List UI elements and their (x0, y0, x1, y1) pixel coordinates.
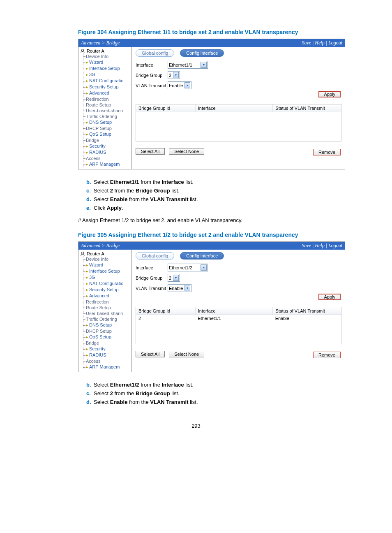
tree-item-label: User-based-sharin (86, 311, 123, 316)
cell-status: Enable (273, 315, 341, 322)
tree-item[interactable]: ▸NAT Configuratio (83, 78, 131, 84)
tree-item-label: Wizard (89, 60, 103, 65)
chevron-down-icon: ▾ (184, 285, 190, 291)
bridge-group-label: Bridge Group (136, 276, 168, 280)
folder-icon: ▸ (86, 334, 88, 339)
tree-item[interactable]: Traffic Ordering (83, 316, 131, 322)
header-links[interactable]: Save | Help | Logout (302, 40, 342, 46)
tree-item[interactable]: Bridge (83, 340, 131, 346)
screenshot-305: Advanced > Bridge Save | Help | Logout R… (78, 241, 345, 372)
tree-item[interactable]: ▸QoS Setup (83, 334, 131, 340)
tree-item[interactable]: ▸QoS Setup (83, 131, 131, 137)
tree-item-label: QoS Setup (89, 132, 111, 137)
vlan-transmit-select[interactable]: Enable ▾ (168, 81, 191, 89)
tree-item[interactable]: ▸3G (83, 274, 131, 280)
bridge-group-label: Bridge Group (136, 73, 168, 78)
tree-item-label: NAT Configuratio (89, 281, 123, 286)
tab-config-interface[interactable]: Config interface (180, 252, 224, 260)
router-icon (80, 49, 85, 53)
select-all-button[interactable]: Select All (136, 148, 165, 155)
tree-root[interactable]: Router A (78, 251, 131, 256)
tree-item-label: RADIUS (89, 150, 106, 155)
tree-item-label: ARP Managem (89, 162, 120, 167)
tree-item[interactable]: ▸RADIUS (83, 352, 131, 358)
breadcrumb: Advanced > Bridge (81, 243, 120, 249)
tree-item[interactable]: ▸Security (83, 143, 131, 149)
tree-item[interactable]: Redirection (83, 96, 131, 102)
tree-item[interactable]: ▸ARP Managem (83, 364, 131, 370)
tree-item[interactable]: User-based-sharin (83, 108, 131, 114)
apply-button[interactable]: Apply (318, 294, 341, 300)
tree-item-label: Security Setup (89, 84, 119, 89)
tree-item-label: Route Setup (86, 305, 111, 310)
select-all-button[interactable]: Select All (136, 351, 165, 357)
tree-item[interactable]: ▸Security Setup (83, 84, 131, 90)
tree-item-label: Access (86, 359, 100, 364)
folder-icon: ▸ (86, 287, 88, 292)
remove-button[interactable]: Remove (313, 352, 341, 358)
remove-button[interactable]: Remove (313, 149, 341, 155)
tree-item[interactable]: ▸Interface Setup (83, 268, 131, 274)
step-b: b.Select Ethernet1/2 from the Interface … (86, 380, 314, 389)
bridge-group-select[interactable]: 2 ▾ (168, 274, 180, 282)
folder-icon: ▸ (86, 120, 88, 125)
tab-global-config[interactable]: Global config (136, 252, 174, 260)
tab-global-config[interactable]: Global config (136, 49, 174, 57)
tree-item[interactable]: Route Setup (83, 102, 131, 108)
chevron-down-icon: ▾ (173, 72, 179, 78)
bridge-table: Bridge Group id Interface Status of VLAN… (136, 104, 341, 141)
interface-select[interactable]: Ethernet1/2 ▾ (168, 264, 208, 271)
tree-item[interactable]: ▸Wizard (83, 262, 131, 268)
tree-item[interactable]: Bridge (83, 137, 131, 143)
interface-value: Ethernet1/2 (169, 265, 192, 270)
step-e: e.Click Apply. (86, 204, 314, 212)
bridge-group-select[interactable]: 2 ▾ (168, 71, 180, 79)
tree-item[interactable]: Device Info (83, 53, 131, 59)
tree-item[interactable]: ▸Interface Setup (83, 65, 131, 72)
tree-item[interactable]: ▸Advanced (83, 90, 131, 96)
apply-button[interactable]: Apply (318, 91, 341, 97)
tree-root[interactable]: Router A (78, 49, 131, 53)
tab-config-interface[interactable]: Config interface (180, 49, 224, 57)
tree-item[interactable]: ▸Advanced (83, 293, 131, 299)
tree-item[interactable]: ▸Security Setup (83, 287, 131, 293)
router-icon (80, 251, 85, 256)
tree-item[interactable]: Access (83, 155, 131, 161)
tabs: Global config Config interface (136, 252, 341, 260)
select-none-button[interactable]: Select None (169, 351, 204, 357)
table-row[interactable]: 2 Ethernet1/1 Enable (136, 315, 341, 322)
tree-item-label: Bridge (86, 341, 99, 345)
tree-item[interactable]: User-based-sharin (83, 311, 131, 316)
folder-icon: ▸ (86, 78, 88, 83)
tree-item[interactable]: Device Info (83, 256, 131, 262)
folder-icon: ▸ (86, 84, 88, 89)
screenshot-304: Advanced > Bridge Save | Help | Logout R… (78, 39, 345, 169)
tree-item[interactable]: ▸ARP Managem (83, 161, 131, 167)
header-links[interactable]: Save | Help | Logout (302, 243, 342, 249)
tree-item[interactable]: ▸Wizard (83, 59, 131, 65)
tree-item[interactable]: DHCP Setup (83, 125, 131, 131)
tree-item[interactable]: ▸NAT Configuratio (83, 280, 131, 287)
vlan-transmit-select[interactable]: Enable ▾ (168, 284, 191, 292)
tree-item-label: Advanced (89, 293, 109, 298)
folder-icon: ▸ (86, 90, 88, 95)
tree-item[interactable]: ▸DNS Setup (83, 322, 131, 328)
tree-item-label: Access (86, 156, 100, 161)
select-none-button[interactable]: Select None (169, 148, 204, 155)
tree-item[interactable]: Traffic Ordering (83, 114, 131, 119)
tree-item[interactable]: Route Setup (83, 305, 131, 311)
interface-select[interactable]: Ethernet1/1 ▾ (168, 61, 208, 69)
tree-item[interactable]: Access (83, 358, 131, 364)
figure-305-title: Figure 305 Assigning Ethernet 1/2 to bri… (78, 232, 314, 238)
tree-item[interactable]: ▸RADIUS (83, 149, 131, 155)
tree-item[interactable]: Redirection (83, 299, 131, 305)
tree-item[interactable]: ▸DNS Setup (83, 119, 131, 125)
folder-icon: ▸ (86, 132, 88, 137)
folder-icon: ▸ (86, 150, 88, 155)
tree-item-label: Redirection (86, 97, 109, 102)
tree-item[interactable]: ▸Security (83, 346, 131, 352)
tree-item[interactable]: DHCP Setup (83, 328, 131, 334)
tree-item[interactable]: ▸3G (83, 72, 131, 78)
vlan-transmit-value: Enable (169, 83, 183, 88)
folder-icon: ▸ (86, 293, 88, 298)
